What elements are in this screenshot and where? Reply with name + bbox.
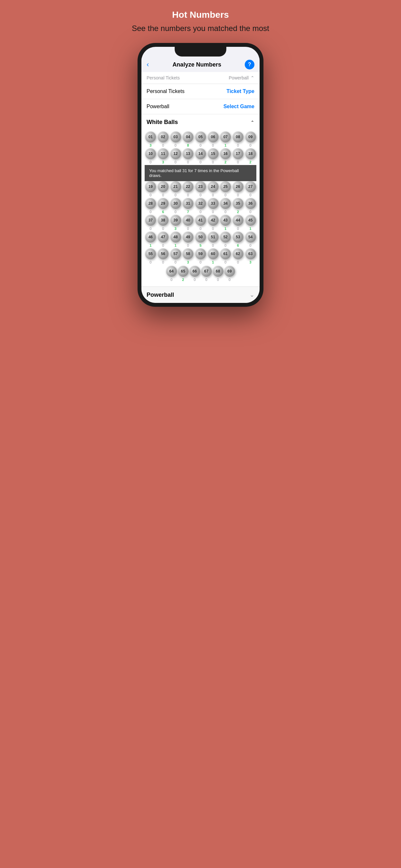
ball-cell[interactable]: 400 [182,215,194,231]
ball-cell[interactable]: 340 [220,198,232,214]
ball-cell[interactable]: 317 [182,198,194,214]
ball-cell[interactable]: 280 [145,198,157,214]
ball-cell[interactable]: 080 [232,131,244,148]
balls-row: 013020030048050060071080090 [145,131,256,148]
ball-cell[interactable]: 240 [207,181,219,197]
ball-cell[interactable]: 210 [169,181,181,197]
white-balls-header: White Balls [142,114,259,129]
ball-cell[interactable]: 570 [169,248,181,265]
ball-cell[interactable]: 420 [207,215,219,231]
ball-cell[interactable]: 300 [169,198,181,214]
ball-cell[interactable]: 360 [244,198,256,214]
ball-cell[interactable]: 150 [207,148,219,164]
ball-cell[interactable]: 680 [212,266,223,282]
ball-cell[interactable]: 660 [189,266,200,282]
ball-cell[interactable]: 230 [195,181,207,197]
dropdown-right: Powerball [229,75,254,81]
ball-cell[interactable]: 250 [220,181,232,197]
ball-tooltip: You matched ball 31 for 7 times in the P… [145,165,256,181]
ball-cell[interactable]: 130 [182,148,194,164]
phone-frame: ‹ Analyze Numbers ? Personal Tickets Pow… [137,43,264,307]
ball-cell[interactable]: 610 [220,248,232,265]
ball-cell[interactable]: 601 [207,248,219,265]
ball-cell[interactable]: 060 [207,131,219,148]
ball-cell[interactable]: 520 [220,231,232,248]
powerball-label: Powerball [147,291,174,299]
ball-cell[interactable]: 071 [220,131,232,148]
ball-cell[interactable]: 590 [195,248,207,265]
ball-cell[interactable]: 431 [220,215,232,231]
ball-cell[interactable]: 048 [182,131,194,148]
back-button[interactable]: ‹ [147,60,149,69]
powerball-section[interactable]: Powerball ⌄ [142,286,259,303]
ball-cell[interactable]: 162 [220,148,232,164]
dropdown-header[interactable]: Personal Tickets Powerball [142,72,259,84]
ball-cell[interactable]: 510 [207,231,219,248]
page-subtitle: See the numbers you matched the most [132,23,269,33]
ball-cell[interactable]: 505 [195,231,207,248]
ball-cell[interactable]: 050 [195,131,207,148]
ball-cell[interactable]: 652 [178,266,189,282]
balls-row: 100113120130140150162170182 [145,148,256,164]
ball-cell[interactable]: 410 [195,215,207,231]
ball-cell[interactable]: 220 [182,181,194,197]
ball-cell[interactable]: 393 [169,215,181,231]
ball-cell[interactable]: 190 [145,181,157,197]
ball-cell[interactable]: 670 [201,266,212,282]
balls-row: 461470481490505510520536540 [145,231,256,248]
ball-cell[interactable]: 270 [244,181,256,197]
chevron-down-icon: ⌄ [250,291,254,299]
ball-cell[interactable]: 461 [145,231,157,248]
balls-section: 0130200300480500600710800901001131201301… [142,129,259,286]
chevron-up-icon [251,75,254,81]
ball-cell[interactable]: 260 [232,181,244,197]
balls-row: 280296300317320330340352360 [145,198,256,214]
ball-cell[interactable]: 451 [244,215,256,231]
ball-cell[interactable]: 020 [157,131,169,148]
ball-cell[interactable]: 100 [145,148,157,164]
ball-cell[interactable]: 120 [169,148,181,164]
ball-cell[interactable]: 170 [232,148,244,164]
ball-cell[interactable]: 352 [232,198,244,214]
balls-last-row: 640652660670680690 [145,266,256,282]
ball-cell[interactable]: 380 [157,215,169,231]
ball-cell[interactable]: 030 [169,131,181,148]
dropdown-label: Personal Tickets [147,75,180,81]
select-game-button[interactable]: Select Game [223,104,254,110]
ball-cell[interactable]: 640 [166,266,177,282]
page-title: Hot Numbers [172,10,229,20]
ball-cell[interactable]: 536 [232,231,244,248]
ball-cell[interactable]: 182 [244,148,256,164]
ticket-type-label: Personal Tickets [147,89,184,94]
ticket-type-row: Personal Tickets Ticket Type [142,84,259,99]
help-button[interactable]: ? [245,60,254,69]
ball-cell[interactable]: 583 [182,248,194,265]
ticket-type-action[interactable]: Ticket Type [226,89,254,94]
ball-cell[interactable]: 481 [169,231,181,248]
ball-cell[interactable]: 330 [207,198,219,214]
dropdown-game: Powerball [229,75,249,81]
balls-row: 370380393400410420431440451 [145,215,256,231]
ball-cell[interactable]: 296 [157,198,169,214]
ball-cell[interactable]: 620 [232,248,244,265]
ball-cell[interactable]: 090 [244,131,256,148]
white-balls-title: White Balls [147,119,178,126]
nav-title: Analyze Numbers [173,61,221,68]
ball-cell[interactable]: 320 [195,198,207,214]
ball-cell[interactable]: 370 [145,215,157,231]
ball-cell[interactable]: 550 [145,248,157,265]
ball-cell[interactable]: 690 [224,266,235,282]
ball-cell[interactable]: 440 [232,215,244,231]
ball-cell[interactable]: 633 [244,248,256,265]
ball-cell[interactable]: 470 [157,231,169,248]
game-row: Powerball Select Game [142,99,259,114]
game-label: Powerball [147,104,169,110]
ball-cell[interactable]: 113 [157,148,169,164]
ball-cell[interactable]: 560 [157,248,169,265]
balls-row: 550560570583590601610620633 [145,248,256,265]
ball-cell[interactable]: 140 [195,148,207,164]
ball-cell[interactable]: 540 [244,231,256,248]
ball-cell[interactable]: 490 [182,231,194,248]
ball-cell[interactable]: 013 [145,131,157,148]
ball-cell[interactable]: 200 [157,181,169,197]
